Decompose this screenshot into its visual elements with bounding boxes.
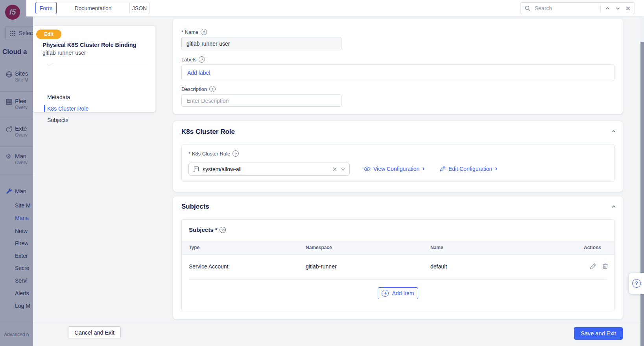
divider	[44, 64, 148, 64]
name-label-text: * Name	[181, 29, 198, 35]
collapse-chevron-icon[interactable]	[611, 129, 616, 134]
app-root: f5 Selec Cloud a Sites Site M Flee Overv…	[0, 0, 644, 346]
close-icon[interactable]	[624, 5, 631, 12]
stepper-item-metadata[interactable]: Metadata	[47, 94, 70, 100]
chevron-down-icon[interactable]	[614, 5, 621, 12]
description-input[interactable]	[181, 94, 341, 107]
name-input[interactable]	[181, 37, 341, 50]
search-icon	[524, 5, 531, 11]
table-header-row: Type Namespace Name Actions	[182, 241, 614, 255]
labels-box: Add label	[181, 64, 614, 81]
save-button[interactable]: Save and Exit	[574, 327, 623, 340]
footer-action-bar	[33, 322, 640, 346]
chevron-right-icon: ›	[422, 165, 424, 172]
eye-icon	[364, 166, 371, 172]
help-icon[interactable]	[220, 227, 226, 233]
metadata-section-card: * Name Labels Add label Description	[173, 19, 623, 114]
stepper-item-subjects[interactable]: Subjects	[47, 117, 68, 123]
cluster-role-inner-box: * K8s Cluster Role system/allow-all View…	[181, 144, 614, 182]
delete-row-icon[interactable]	[602, 263, 609, 270]
plus-circle-icon	[382, 290, 389, 297]
chevron-down-icon[interactable]	[341, 167, 345, 172]
scrollbar-thumb[interactable]	[640, 42, 644, 346]
cluster-role-heading: K8s Cluster Role	[181, 128, 235, 136]
add-label-link[interactable]: Add label	[187, 70, 210, 76]
object-name-subtitle: gitlab-runner-user	[42, 50, 86, 56]
chevron-up-icon[interactable]	[604, 5, 611, 12]
divider	[600, 5, 601, 12]
cell-type: Service Account	[189, 263, 228, 270]
help-icon[interactable]	[199, 56, 205, 63]
view-configuration-link[interactable]: View Configuration ›	[364, 165, 424, 172]
tab-form[interactable]: Form	[35, 2, 57, 14]
view-configuration-label: View Configuration	[373, 166, 419, 172]
col-namespace: Namespace	[306, 245, 332, 250]
col-type: Type	[189, 245, 199, 250]
edit-configuration-link[interactable]: Edit Configuration ›	[440, 165, 497, 172]
cluster-role-section-card: K8s Cluster Role * K8s Cluster Role syst…	[173, 121, 623, 192]
cell-name: default	[430, 263, 447, 270]
view-tabs: Form Documentation JSON	[35, 2, 149, 14]
chevron-right-icon: ›	[495, 165, 497, 172]
add-item-button[interactable]: Add Item	[378, 287, 418, 299]
pencil-icon	[440, 166, 446, 172]
object-type-title: Physical K8S Cluster Role Binding	[42, 42, 149, 48]
cancel-button[interactable]: Cancel and Exit	[68, 326, 121, 339]
subjects-list-label-text: Subjects *	[189, 226, 218, 233]
cell-namespace: gitlab-runner	[306, 263, 337, 270]
add-item-label: Add Item	[392, 290, 414, 296]
help-icon[interactable]	[209, 86, 216, 92]
top-header: Form Documentation JSON	[26, 0, 644, 17]
name-field-label: * Name	[181, 29, 207, 35]
object-ref-icon	[193, 166, 199, 172]
form-stepper-panel: Edit Physical K8S Cluster Role Binding g…	[33, 26, 155, 112]
description-label-text: Description	[181, 86, 207, 92]
edit-configuration-label: Edit Configuration	[448, 166, 492, 172]
help-icon[interactable]	[233, 150, 239, 157]
subjects-section-card: Subjects Subjects * Type Namespace Name …	[173, 196, 623, 319]
cluster-role-select[interactable]: system/allow-all	[188, 163, 350, 176]
description-field-label: Description	[181, 86, 216, 92]
cluster-role-selected-value: system/allow-all	[203, 166, 329, 172]
find-bar	[520, 2, 635, 14]
stepper-item-cluster-role[interactable]: K8s Cluster Role	[47, 105, 89, 112]
table-row: Service Account gitlab-runner default	[182, 254, 614, 279]
edit-row-icon[interactable]	[590, 263, 596, 270]
subjects-list-label: Subjects *	[189, 226, 226, 233]
subjects-heading: Subjects	[181, 203, 209, 211]
clear-icon[interactable]	[332, 167, 337, 172]
search-input[interactable]	[534, 5, 597, 12]
labels-field-label: Labels	[181, 56, 205, 63]
labels-label-text: Labels	[181, 57, 196, 63]
help-question-icon: ?	[632, 279, 641, 288]
edit-badge: Edit	[36, 30, 61, 39]
tab-documentation[interactable]: Documentation	[56, 2, 130, 14]
cluster-role-label-text: * K8s Cluster Role	[188, 151, 230, 157]
cluster-role-field-label: * K8s Cluster Role	[188, 150, 239, 157]
collapse-chevron-icon[interactable]	[611, 204, 616, 209]
divider-caret	[46, 61, 52, 67]
row-divider	[189, 279, 607, 280]
help-icon[interactable]	[201, 29, 207, 35]
active-step-indicator	[44, 105, 45, 112]
tab-json[interactable]: JSON	[129, 2, 149, 14]
col-actions: Actions	[584, 245, 601, 250]
subjects-inner-card: Subjects * Type Namespace Name Actions S…	[181, 219, 614, 311]
help-widget[interactable]: ?	[629, 273, 644, 294]
col-name: Name	[430, 245, 443, 250]
